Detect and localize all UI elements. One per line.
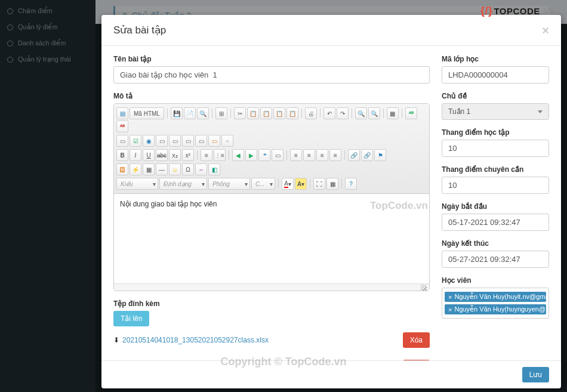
- align-justify-icon[interactable]: ≡: [329, 149, 341, 161]
- source-html-button[interactable]: Mã HTML: [130, 107, 164, 119]
- textcolor-icon[interactable]: A▾: [282, 178, 294, 190]
- copy-icon[interactable]: 📋: [247, 107, 259, 119]
- topic-select[interactable]: Tuần 1: [442, 103, 549, 120]
- imagebutton-icon[interactable]: ▭: [208, 135, 220, 147]
- rte-content-area[interactable]: Nội dung giao bài tập học viên: [114, 194, 429, 283]
- hidden-icon[interactable]: ▫: [221, 135, 233, 147]
- specialchar-icon[interactable]: Ω: [182, 163, 194, 175]
- study-score-input[interactable]: [442, 140, 549, 157]
- strike-icon[interactable]: abc: [156, 149, 168, 161]
- student-tag[interactable]: × Nguyễn Văn Huy(huynguyen@ben: [445, 304, 546, 314]
- superscript-icon[interactable]: x²: [182, 149, 194, 161]
- link-icon[interactable]: 🔗: [348, 149, 360, 161]
- delete-attachment-button[interactable]: Xóa: [403, 332, 430, 348]
- pagebreak-icon[interactable]: ⎼: [195, 163, 207, 175]
- paste-icon[interactable]: 📋: [260, 107, 272, 119]
- cut-icon[interactable]: ✂: [234, 107, 246, 119]
- spellcheck-icon[interactable]: ᴬᴮ: [405, 107, 417, 119]
- assignment-name-label: Tên bài tập: [113, 55, 430, 63]
- anchor-icon[interactable]: ⚑: [374, 149, 386, 161]
- close-icon[interactable]: ×: [542, 24, 549, 36]
- end-date-input[interactable]: [442, 251, 549, 268]
- underline-icon[interactable]: U: [143, 149, 155, 161]
- find-icon[interactable]: 🔍: [355, 107, 367, 119]
- student-name: Nguyễn Văn Huy(huyit.nv@gmail.c: [454, 293, 546, 301]
- align-left-icon[interactable]: ≡: [290, 149, 302, 161]
- form-right-column: Mã lớp học Chủ đề Tuần 1 Thang điểm học …: [442, 55, 549, 351]
- font-dropdown[interactable]: Phông: [208, 178, 250, 190]
- italic-icon[interactable]: I: [130, 149, 141, 161]
- size-dropdown[interactable]: C...: [251, 178, 275, 190]
- scayt-icon[interactable]: ᴬᴮ: [116, 121, 128, 132]
- remove-tag-icon[interactable]: ×: [448, 306, 452, 313]
- selectall-icon[interactable]: ▦: [387, 107, 399, 119]
- align-center-icon[interactable]: ≡: [303, 149, 315, 161]
- class-code-input[interactable]: [442, 66, 549, 84]
- subscript-icon[interactable]: x₂: [169, 149, 181, 161]
- bold-icon[interactable]: B: [116, 149, 128, 161]
- newpage-icon[interactable]: 📄: [184, 107, 196, 119]
- form-icon[interactable]: ▭: [116, 135, 128, 147]
- showblocks-icon[interactable]: ▦: [326, 178, 338, 190]
- table-icon[interactable]: ▦: [143, 163, 155, 175]
- modal-header: Sửa bài tập ×: [101, 15, 561, 46]
- select-icon[interactable]: ▭: [182, 135, 194, 147]
- attachment-link[interactable]: ⬇ 20210514041018_13052021052927class.xls…: [113, 336, 269, 344]
- templates-icon[interactable]: ⊞: [215, 107, 227, 119]
- align-right-icon[interactable]: ≡: [316, 149, 328, 161]
- format-dropdown[interactable]: Định dạng: [159, 178, 207, 190]
- download-icon: ⬇: [113, 336, 119, 344]
- indent-icon[interactable]: ▶: [245, 149, 257, 161]
- paste-word-icon[interactable]: 📋: [286, 107, 298, 119]
- maximize-icon[interactable]: ⛶: [313, 178, 325, 190]
- numlist-icon[interactable]: ≡: [201, 149, 212, 161]
- attendance-score-input[interactable]: [442, 177, 549, 194]
- assignment-name-input[interactable]: [113, 66, 430, 84]
- study-score-label: Thang điểm học tập: [442, 128, 549, 137]
- image-icon[interactable]: 🖼: [116, 163, 128, 175]
- modal-footer: Lưu: [101, 360, 561, 388]
- description-group: Mô tả ▤ Mã HTML 💾 📄 🔍 ⊞: [113, 92, 430, 291]
- rich-text-editor: ▤ Mã HTML 💾 📄 🔍 ⊞ ✂ 📋 📋: [113, 103, 430, 291]
- student-tag[interactable]: × Nguyễn Văn Huy(huyit.nv@gmail.c: [445, 292, 546, 302]
- outdent-icon[interactable]: ◀: [232, 149, 244, 161]
- replace-icon[interactable]: 🔍: [368, 107, 380, 119]
- unlink-icon[interactable]: 🔗: [361, 149, 373, 161]
- topic-value: Tuần 1: [448, 107, 470, 116]
- undo-icon[interactable]: ↶: [323, 107, 335, 119]
- students-multiselect[interactable]: × Nguyễn Văn Huy(huyit.nv@gmail.c × Nguy…: [442, 288, 549, 319]
- bgcolor-icon[interactable]: A▾: [295, 178, 307, 190]
- bullist-icon[interactable]: ⋮≡: [214, 149, 226, 161]
- start-date-input[interactable]: [442, 214, 549, 231]
- print-icon[interactable]: 🖨: [305, 107, 317, 119]
- div-icon[interactable]: ▭: [272, 149, 284, 161]
- flash-icon[interactable]: ⚡: [130, 163, 141, 175]
- about-icon[interactable]: ?: [345, 178, 357, 190]
- save-icon[interactable]: 💾: [171, 107, 183, 119]
- checkbox-icon[interactable]: ☑: [130, 135, 141, 147]
- radio-icon[interactable]: ◉: [143, 135, 155, 147]
- save-button[interactable]: Lưu: [522, 367, 549, 382]
- styles-dropdown[interactable]: Kiểu: [116, 178, 158, 190]
- iframe-icon[interactable]: ◧: [208, 163, 220, 175]
- button-field-icon[interactable]: ▭: [195, 135, 207, 147]
- redo-icon[interactable]: ↷: [337, 107, 349, 119]
- edit-assignment-modal: Sửa bài tập × Tên bài tập Mô tả ▤ Mã HTM…: [101, 15, 561, 388]
- blockquote-icon[interactable]: ❝: [258, 149, 270, 161]
- preview-icon[interactable]: 🔍: [197, 107, 209, 119]
- remove-tag-icon[interactable]: ×: [448, 294, 452, 301]
- attendance-score-label: Thang điểm chuyên cần: [442, 165, 549, 174]
- upload-button[interactable]: Tải lên: [113, 311, 149, 326]
- paste-text-icon[interactable]: 📋: [273, 107, 285, 119]
- chevron-down-icon: [538, 110, 543, 113]
- resize-handle-icon[interactable]: [421, 285, 427, 291]
- smiley-icon[interactable]: ☺: [169, 163, 181, 175]
- rte-resize-bar: [114, 283, 429, 291]
- attendance-score-group: Thang điểm chuyên cần: [442, 165, 549, 194]
- start-date-group: Ngày bắt đầu: [442, 202, 549, 231]
- class-code-group: Mã lớp học: [442, 55, 549, 84]
- textfield-icon[interactable]: ▭: [156, 135, 168, 147]
- hr-icon[interactable]: —: [156, 163, 168, 175]
- source-icon[interactable]: ▤: [116, 107, 128, 119]
- textarea-icon[interactable]: ▭: [169, 135, 181, 147]
